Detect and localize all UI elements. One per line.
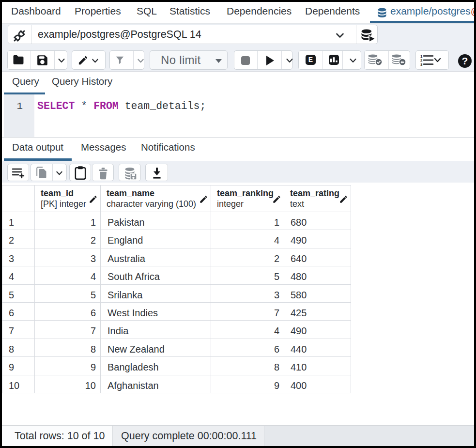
svg-text:3: 3 [420,62,423,67]
